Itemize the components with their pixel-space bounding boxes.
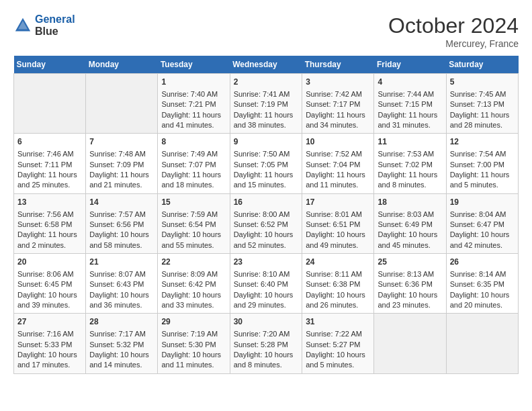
weekday-header: Sunday [14, 56, 86, 74]
day-number: 15 [161, 197, 226, 208]
day-info: Daylight: 10 hours and 23 minutes. [378, 290, 442, 311]
day-info: Daylight: 10 hours and 45 minutes. [378, 230, 442, 250]
day-info: Sunset: 6:45 PM [17, 279, 82, 289]
calendar-cell: 22Sunrise: 8:09 AMSunset: 6:42 PMDayligh… [158, 254, 230, 314]
day-info: Sunrise: 8:03 AM [378, 210, 442, 220]
weekday-header: Saturday [446, 56, 518, 74]
day-number: 16 [234, 197, 299, 208]
day-info: Sunset: 6:36 PM [378, 279, 442, 289]
weekday-header: Friday [374, 56, 446, 74]
calendar-cell: 16Sunrise: 8:00 AMSunset: 6:52 PMDayligh… [230, 193, 302, 253]
day-number: 11 [378, 136, 442, 148]
month-title: October 2024 [388, 13, 519, 38]
day-info: Sunset: 5:28 PM [234, 340, 299, 350]
calendar-cell [86, 74, 158, 134]
day-info: Daylight: 11 hours and 41 minutes. [161, 110, 226, 131]
day-info: Sunrise: 8:13 AM [378, 269, 442, 279]
calendar-week-row: 1Sunrise: 7:40 AMSunset: 7:21 PMDaylight… [14, 74, 519, 134]
day-info: Daylight: 11 hours and 8 minutes. [378, 170, 442, 191]
day-info: Sunset: 5:27 PM [306, 340, 370, 350]
weekday-header: Monday [86, 56, 158, 74]
day-info: Sunset: 7:05 PM [234, 160, 299, 170]
day-info: Daylight: 11 hours and 2 minutes. [17, 230, 82, 250]
day-info: Sunrise: 7:41 AM [234, 89, 299, 99]
calendar-cell: 27Sunrise: 7:16 AMSunset: 5:33 PMDayligh… [14, 314, 86, 373]
day-number: 8 [161, 136, 226, 148]
day-number: 31 [306, 316, 370, 328]
day-info: Sunset: 6:47 PM [450, 220, 515, 230]
day-info: Sunset: 7:00 PM [450, 160, 515, 170]
calendar-cell: 11Sunrise: 7:53 AMSunset: 7:02 PMDayligh… [374, 134, 446, 193]
day-number: 4 [378, 77, 442, 88]
day-info: Daylight: 11 hours and 15 minutes. [234, 170, 299, 191]
calendar-table: SundayMondayTuesdayWednesdayThursdayFrid… [13, 56, 519, 374]
day-info: Daylight: 10 hours and 33 minutes. [161, 290, 226, 311]
day-number: 12 [450, 136, 515, 148]
day-info: Daylight: 10 hours and 5 minutes. [306, 350, 370, 371]
day-info: Sunrise: 7:49 AM [161, 149, 226, 159]
calendar-cell: 8Sunrise: 7:49 AMSunset: 7:07 PMDaylight… [158, 134, 230, 193]
calendar-week-row: 27Sunrise: 7:16 AMSunset: 5:33 PMDayligh… [14, 314, 519, 373]
calendar-cell: 21Sunrise: 8:07 AMSunset: 6:43 PMDayligh… [86, 254, 158, 314]
day-info: Daylight: 11 hours and 34 minutes. [306, 110, 370, 131]
day-info: Sunrise: 8:00 AM [234, 210, 299, 220]
day-info: Sunrise: 7:59 AM [161, 210, 226, 220]
day-info: Daylight: 11 hours and 11 minutes. [306, 170, 370, 191]
calendar-cell: 15Sunrise: 7:59 AMSunset: 6:54 PMDayligh… [158, 193, 230, 253]
day-info: Daylight: 10 hours and 42 minutes. [450, 230, 515, 250]
day-info: Sunset: 6:51 PM [306, 220, 370, 230]
day-info: Sunrise: 7:54 AM [450, 149, 515, 159]
calendar-cell: 5Sunrise: 7:45 AMSunset: 7:13 PMDaylight… [446, 74, 518, 134]
day-number: 17 [306, 197, 370, 208]
day-info: Daylight: 10 hours and 20 minutes. [450, 290, 515, 311]
calendar-cell: 24Sunrise: 8:11 AMSunset: 6:38 PMDayligh… [302, 254, 374, 314]
day-info: Sunrise: 7:52 AM [306, 149, 370, 159]
day-info: Daylight: 11 hours and 21 minutes. [89, 170, 154, 191]
day-info: Sunrise: 7:40 AM [161, 89, 226, 99]
day-info: Sunrise: 8:09 AM [161, 269, 226, 279]
day-info: Sunset: 7:07 PM [161, 160, 226, 170]
calendar-cell: 28Sunrise: 7:17 AMSunset: 5:32 PMDayligh… [86, 314, 158, 373]
day-info: Daylight: 10 hours and 55 minutes. [161, 230, 226, 250]
calendar-cell: 19Sunrise: 8:04 AMSunset: 6:47 PMDayligh… [446, 193, 518, 253]
calendar-cell: 23Sunrise: 8:10 AMSunset: 6:40 PMDayligh… [230, 254, 302, 314]
day-info: Sunrise: 7:45 AM [450, 89, 515, 99]
day-info: Sunset: 7:02 PM [378, 160, 442, 170]
calendar-week-row: 6Sunrise: 7:46 AMSunset: 7:11 PMDaylight… [14, 134, 519, 193]
day-info: Daylight: 10 hours and 17 minutes. [17, 350, 82, 371]
day-info: Sunset: 5:30 PM [161, 340, 226, 350]
day-info: Daylight: 10 hours and 39 minutes. [17, 290, 82, 311]
day-number: 3 [306, 77, 370, 88]
day-info: Sunrise: 8:07 AM [89, 269, 154, 279]
day-info: Daylight: 10 hours and 52 minutes. [234, 230, 299, 250]
day-info: Sunset: 6:56 PM [89, 220, 154, 230]
calendar-cell: 30Sunrise: 7:20 AMSunset: 5:28 PMDayligh… [230, 314, 302, 373]
day-info: Sunset: 7:15 PM [378, 99, 442, 109]
logo-line2: Blue [35, 26, 75, 38]
day-info: Daylight: 11 hours and 18 minutes. [161, 170, 226, 191]
day-info: Daylight: 10 hours and 26 minutes. [306, 290, 370, 311]
day-number: 19 [450, 197, 515, 208]
day-info: Sunset: 6:49 PM [378, 220, 442, 230]
day-info: Sunset: 6:42 PM [161, 279, 226, 289]
day-info: Sunrise: 7:50 AM [234, 149, 299, 159]
calendar-cell: 12Sunrise: 7:54 AMSunset: 7:00 PMDayligh… [446, 134, 518, 193]
calendar-cell [446, 314, 518, 373]
day-number: 13 [17, 197, 82, 208]
day-info: Daylight: 10 hours and 8 minutes. [234, 350, 299, 371]
calendar-cell: 17Sunrise: 8:01 AMSunset: 6:51 PMDayligh… [302, 193, 374, 253]
calendar-cell: 9Sunrise: 7:50 AMSunset: 7:05 PMDaylight… [230, 134, 302, 193]
day-info: Sunrise: 7:19 AM [161, 329, 226, 339]
day-info: Sunset: 6:38 PM [306, 279, 370, 289]
day-number: 14 [89, 197, 154, 208]
title-block: October 2024 Mercurey, France [388, 13, 519, 49]
calendar-cell [374, 314, 446, 373]
day-info: Sunset: 6:35 PM [450, 279, 515, 289]
day-info: Sunset: 6:40 PM [234, 279, 299, 289]
calendar-cell: 3Sunrise: 7:42 AMSunset: 7:17 PMDaylight… [302, 74, 374, 134]
calendar-cell: 1Sunrise: 7:40 AMSunset: 7:21 PMDaylight… [158, 74, 230, 134]
calendar-week-row: 20Sunrise: 8:06 AMSunset: 6:45 PMDayligh… [14, 254, 519, 314]
day-info: Sunrise: 7:20 AM [234, 329, 299, 339]
location: Mercurey, France [388, 38, 519, 49]
weekday-header: Thursday [302, 56, 374, 74]
